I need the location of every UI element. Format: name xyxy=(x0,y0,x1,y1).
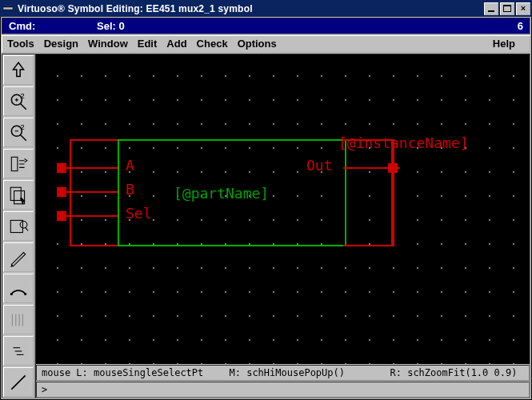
svg-text:2: 2 xyxy=(20,122,24,131)
partname-label: [@partName] xyxy=(174,185,269,202)
label-b: B xyxy=(126,181,134,198)
svg-rect-10 xyxy=(11,157,18,170)
menu-window[interactable]: Window xyxy=(88,38,128,50)
label-a: A xyxy=(126,157,134,174)
schematic-canvas[interactable]: A B Sel Out [@partName] [@instanceName] xyxy=(36,54,530,364)
tool-zoom-out-icon[interactable]: 2 xyxy=(3,118,34,147)
menu-bar: Tools Design Window Edit Add Check Optio… xyxy=(2,35,530,53)
tool-pencil-icon[interactable] xyxy=(3,242,34,272)
command-prompt[interactable]: > xyxy=(36,382,530,398)
status-mid: M: schHiMousePopUp() xyxy=(230,367,390,378)
svg-rect-0 xyxy=(3,7,13,10)
output-box xyxy=(343,139,393,246)
command-bar: Cmd: Sel: 0 6 xyxy=(2,18,530,34)
tool-command-icon[interactable] xyxy=(3,336,34,366)
label-out: Out xyxy=(306,157,333,174)
svg-line-7 xyxy=(20,134,26,141)
status-right: R: schZoomFit(1.0 0.9) xyxy=(390,367,525,378)
wire-a xyxy=(60,167,118,169)
tool-zoom-in-icon[interactable]: 2 xyxy=(3,86,34,116)
tool-stretch-icon[interactable] xyxy=(3,149,34,178)
menu-tools[interactable]: Tools xyxy=(7,38,34,50)
cmd-count: 6 xyxy=(518,20,523,32)
pin-out[interactable] xyxy=(388,163,398,173)
cmd-label: Cmd: xyxy=(9,20,97,32)
wire-sel xyxy=(60,215,118,217)
svg-line-25 xyxy=(11,375,25,389)
pin-sel[interactable] xyxy=(57,211,66,221)
tool-select-icon[interactable] xyxy=(3,180,34,210)
svg-text:2: 2 xyxy=(20,91,24,100)
menu-help[interactable]: Help xyxy=(493,38,515,50)
mouse-status-bar: mouse L: mouseSingleSelectPt M: schHiMou… xyxy=(36,365,530,381)
close-button[interactable]: × xyxy=(516,2,530,15)
svg-rect-11 xyxy=(10,187,21,200)
system-menu-icon[interactable] xyxy=(2,2,14,15)
svg-line-2 xyxy=(20,103,26,110)
menu-edit[interactable]: Edit xyxy=(138,38,158,50)
tool-property-icon[interactable] xyxy=(3,305,34,334)
svg-point-16 xyxy=(10,292,13,294)
menu-check[interactable]: Check xyxy=(197,38,228,50)
prompt-text: > xyxy=(42,384,47,395)
window-titlebar: Virtuoso® Symbol Editing: EE451 mux2_1 s… xyxy=(0,0,532,17)
window-title: Virtuoso® Symbol Editing: EE451 mux2_1 s… xyxy=(18,3,482,14)
menu-add[interactable]: Add xyxy=(166,38,186,50)
tool-palette: 2 2 xyxy=(2,54,35,398)
svg-point-14 xyxy=(20,221,27,228)
menu-options[interactable]: Options xyxy=(238,38,277,50)
label-sel: Sel xyxy=(126,205,152,222)
maximize-button[interactable] xyxy=(500,2,514,15)
tool-region-icon[interactable] xyxy=(3,211,34,241)
menu-design[interactable]: Design xyxy=(44,38,78,50)
wire-b xyxy=(60,191,118,193)
tool-save-icon[interactable] xyxy=(3,55,34,85)
pin-a[interactable] xyxy=(57,163,66,173)
tool-arc-icon[interactable] xyxy=(3,274,34,303)
svg-line-15 xyxy=(26,227,28,230)
status-left: mouse L: mouseSingleSelectPt xyxy=(42,367,230,378)
minimize-button[interactable] xyxy=(484,2,498,15)
svg-point-17 xyxy=(24,292,26,294)
instancename-label: [@instanceName] xyxy=(338,134,469,151)
sel-label: Sel: 0 xyxy=(97,20,518,32)
tool-line-icon[interactable] xyxy=(3,367,34,397)
pin-b[interactable] xyxy=(57,187,66,197)
